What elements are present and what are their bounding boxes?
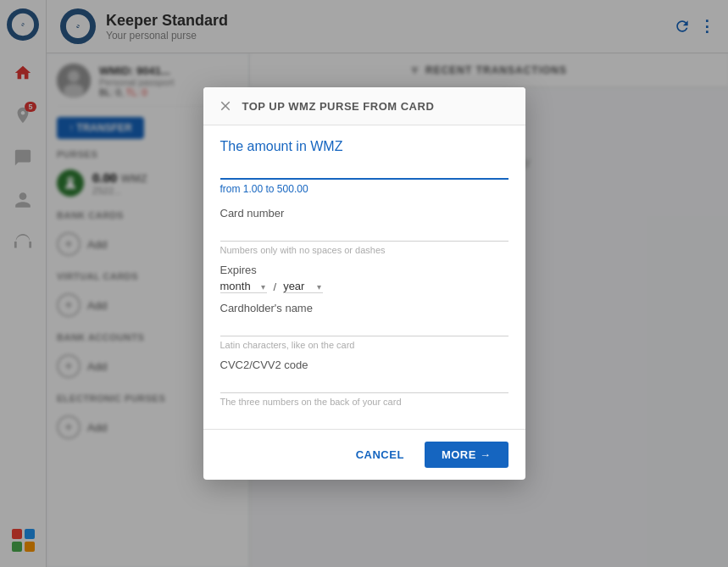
cvc-hint: The three numbers on the back of your ca…	[220, 397, 508, 407]
card-number-field: Card number Numbers only with no spaces …	[220, 207, 508, 255]
year-select-wrapper: year 202420252026 2027202820292030 ▾	[283, 280, 323, 293]
amount-input-wrapper	[220, 158, 508, 180]
cancel-button[interactable]: CANCEL	[346, 442, 414, 468]
expires-label: Expires	[220, 264, 508, 276]
dialog-close-button[interactable]	[217, 97, 234, 114]
cvc-input[interactable]	[220, 373, 508, 393]
cardholder-field: Cardholder's name Latin characters, like…	[220, 302, 508, 350]
cardholder-label: Cardholder's name	[220, 302, 508, 314]
card-number-label: Card number	[220, 207, 508, 220]
card-number-hint: Numbers only with no spaces or dashes	[220, 245, 508, 255]
year-select[interactable]: year 202420252026 2027202820292030	[283, 280, 323, 293]
expires-section: Expires month 010203 040506 070809 10111…	[220, 264, 508, 293]
amount-range-text: from 1.00 to 500.00	[220, 183, 508, 195]
topup-dialog: TOP UP WMZ PURSE FROM CARD The amount in…	[203, 87, 525, 480]
cvc-field: CVC2/CVV2 code The three numbers on the …	[220, 359, 508, 407]
dialog-body: The amount in WMZ from 1.00 to 500.00 Ca…	[203, 125, 525, 429]
amount-label: The amount in WMZ	[220, 139, 508, 154]
expires-row: month 010203 040506 070809 101112 ▾ / ye…	[220, 280, 508, 293]
modal-overlay: TOP UP WMZ PURSE FROM CARD The amount in…	[0, 0, 728, 567]
month-select-wrapper: month 010203 040506 070809 101112 ▾	[220, 280, 267, 293]
more-button[interactable]: MORE →	[425, 442, 508, 468]
cardholder-input[interactable]	[220, 316, 508, 336]
cardholder-hint: Latin characters, like on the card	[220, 340, 508, 350]
dialog-footer: CANCEL MORE →	[203, 429, 525, 480]
dialog-header: TOP UP WMZ PURSE FROM CARD	[203, 87, 525, 125]
month-select[interactable]: month 010203 040506 070809 101112	[220, 280, 267, 293]
card-number-input[interactable]	[220, 221, 508, 242]
cvc-label: CVC2/CVV2 code	[220, 359, 508, 371]
expires-divider: /	[274, 281, 277, 293]
dialog-title: TOP UP WMZ PURSE FROM CARD	[242, 100, 435, 113]
amount-input[interactable]	[220, 158, 508, 178]
